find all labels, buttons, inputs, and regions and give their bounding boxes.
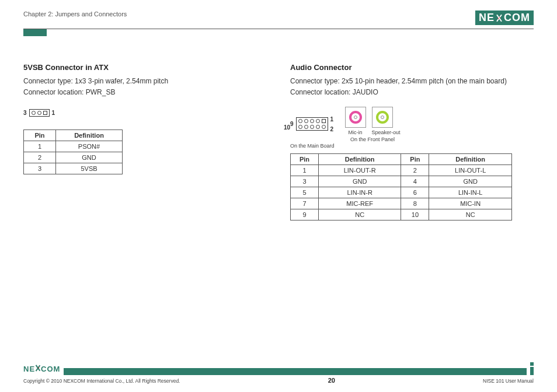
cell: 1 [24, 141, 56, 152]
right-loc-line: Connector location: JAUDIO [290, 88, 534, 97]
pin-hole-icon [316, 119, 320, 123]
left-section-title: 5VSB Connector in ATX [23, 63, 267, 72]
copyright-text: Copyright © 2010 NEXCOM International Co… [23, 378, 180, 384]
footer-logo-right: COM [41, 365, 60, 373]
cell: LIN-OUT-L [429, 164, 512, 176]
pin-hole-icon [298, 119, 302, 123]
page-number: 20 [328, 377, 335, 384]
jaudio-pin-table: Pin Definition Pin Definition 1 LIN-OUT-… [290, 153, 512, 220]
cell: NC [318, 209, 401, 220]
cell: 3 [291, 176, 319, 187]
cell: 5VSB [56, 163, 123, 174]
front-panel-caption: On the Front Panel [345, 136, 401, 142]
cell: 8 [401, 198, 429, 209]
footer-logo-x-icon [35, 365, 41, 372]
cell: MIC-IN [429, 198, 512, 209]
table-row: 1 LIN-OUT-R 2 LIN-OUT-L [291, 164, 512, 176]
cell: LIN-OUT-R [318, 164, 401, 176]
logo-text-right: COM [504, 12, 530, 24]
logo-text-left: NE [479, 12, 495, 24]
th-def: Definition [429, 153, 512, 164]
cell: 2 [24, 152, 56, 163]
wafer-pin-left: 3 [23, 110, 27, 116]
th-def: Definition [318, 153, 401, 164]
cell: 7 [291, 198, 319, 209]
mic-in-label: Mic-in [345, 130, 366, 135]
cell: 2 [401, 164, 429, 176]
pin-hole-icon [304, 119, 308, 123]
onboard-caption: On the Main Board [290, 143, 335, 149]
cell: 4 [401, 176, 429, 187]
th-pin: Pin [291, 153, 319, 164]
hdr-label-tr: 1 [330, 116, 334, 123]
manual-name: NISE 101 User Manual [483, 378, 534, 384]
cell: 10 [401, 209, 429, 220]
footer-logo: NECOM [23, 365, 60, 373]
footer-logo-left: NE [23, 365, 35, 373]
pin1-square-icon [322, 119, 326, 123]
speaker-out-label: Speaker-out [372, 130, 401, 135]
pin-hole-icon [32, 111, 36, 115]
cell: GND [429, 176, 512, 187]
left-loc-line: Connector location: PWR_SB [23, 88, 267, 97]
cell: MIC-REF [318, 198, 401, 209]
table-row: 7 MIC-REF 8 MIC-IN [291, 198, 512, 209]
table-row: 3 GND 4 GND [291, 176, 512, 187]
th-def: Definition [56, 130, 123, 141]
logo-x-icon [495, 14, 503, 22]
mic-in-jack-icon [345, 107, 366, 128]
table-row: 1 PSON# [24, 141, 123, 152]
cell: 9 [291, 209, 319, 220]
hdr-label-bl: 10 [284, 124, 327, 131]
cell: GND [318, 176, 401, 187]
footer-bar [64, 368, 527, 375]
footer-decoration-icon [530, 362, 534, 375]
hdr-label-br: 2 [330, 126, 334, 132]
pin-hole-icon [310, 119, 314, 123]
cell: 5 [291, 187, 319, 198]
pin1-square-icon [43, 111, 47, 115]
cell: LIN-IN-R [318, 187, 401, 198]
table-row: 9 NC 10 NC [291, 209, 512, 220]
cell: 1 [291, 164, 319, 176]
cell: 3 [24, 163, 56, 174]
wafer-pin-right: 1 [52, 110, 55, 116]
table-row: 3 5VSB [24, 163, 123, 174]
th-pin: Pin [401, 153, 429, 164]
brand-logo: NE COM [475, 10, 534, 25]
cell: PSON# [56, 141, 123, 152]
wafer-connector-diagram: 3 1 [23, 109, 55, 117]
pin-hole-icon [37, 111, 41, 115]
table-row: 5 LIN-IN-R 6 LIN-IN-L [291, 187, 512, 198]
chapter-label: Chapter 2: Jumpers and Connectors [23, 10, 127, 18]
header-divider [23, 29, 534, 29]
cell: LIN-IN-L [429, 187, 512, 198]
speaker-out-jack-icon [372, 107, 393, 128]
table-row: 2 GND [24, 152, 123, 163]
cell: NC [429, 209, 512, 220]
left-type-line: Connector type: 1x3 3-pin wafer, 2.54mm … [23, 76, 267, 86]
right-type-line: Connector type: 2x5 10-pin header, 2.54m… [290, 76, 534, 86]
cell: GND [56, 152, 123, 163]
cell: 6 [401, 187, 429, 198]
th-pin: Pin [24, 130, 56, 141]
header-connector-diagram: 9 [290, 116, 333, 139]
header-accent [23, 29, 47, 36]
pwr-sb-pin-table: Pin Definition 1 PSON# 2 GND 3 5VSB [23, 130, 123, 174]
right-section-title: Audio Connector [290, 63, 534, 72]
